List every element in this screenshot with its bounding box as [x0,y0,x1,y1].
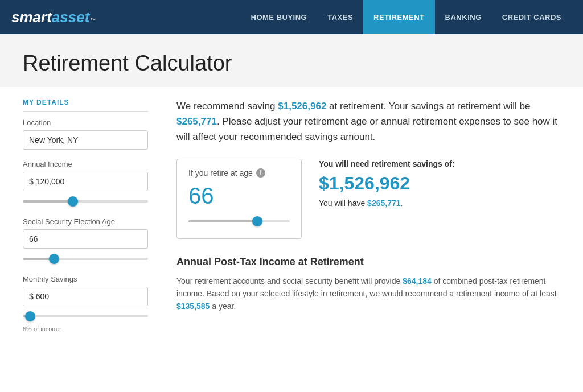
retire-age-value: 66 [188,183,290,209]
location-field-group: Location [23,118,148,150]
monthly-savings-input[interactable] [23,287,148,306]
rec-text-1: We recommend saving [176,101,278,112]
monthly-savings-slider[interactable] [23,311,148,322]
annual-income-section: Annual Post-Tax Income at Retirement You… [176,256,560,313]
monthly-savings-slider-thumb[interactable] [25,311,35,321]
savings-needed-box: You will need retirement savings of: $1,… [319,159,560,208]
nav-link-retirement[interactable]: RETIREMENT [363,0,435,34]
rec-text-2: at retirement. Your savings at retiremen… [326,101,530,112]
rec-amount-1: $1,526,962 [278,101,326,112]
social-security-field-group: Social Security Election Age [23,217,148,265]
nav-links: HOME BUYING TAXES RETIREMENT BANKING CRE… [241,0,572,34]
annual-section-text: Your retirement accounts and social secu… [176,275,560,313]
monthly-savings-label: Monthly Savings [23,275,148,283]
annual-income-slider[interactable] [23,196,148,207]
right-panel: We recommend saving $1,526,962 at retire… [165,98,560,343]
annual-amount-1: $64,184 [403,277,432,286]
left-panel: MY DETAILS Location Annual Income Social… [23,98,165,343]
social-security-slider[interactable] [23,253,148,265]
location-label: Location [23,118,148,127]
annual-section-title: Annual Post-Tax Income at Retirement [176,256,560,268]
annual-amount-2: $135,585 [176,302,210,311]
nav-item-credit-cards[interactable]: CREDIT CARDS [492,0,572,34]
my-details-label: MY DETAILS [23,98,148,112]
logo-asset-text: asset [52,9,90,26]
annual-text-3: a year. [210,302,236,311]
retire-slider-fill [188,220,257,222]
social-security-slider-thumb[interactable] [49,254,59,264]
retire-age-box: If you retire at age i 66 [176,159,302,239]
will-have-text: You will have [319,199,367,208]
page-title: Retirement Calculator [23,51,560,76]
nav-link-banking[interactable]: BANKING [435,0,492,34]
nav-item-home-buying[interactable]: HOME BUYING [241,0,318,34]
nav-item-taxes[interactable]: TAXES [317,0,363,34]
rec-text-3: . Please adjust your retirement age or a… [176,116,557,142]
location-input[interactable] [23,130,148,150]
monthly-savings-slider-track [23,315,148,317]
content-area: MY DETAILS Location Annual Income Social… [0,87,583,360]
nav-link-home-buying[interactable]: HOME BUYING [241,0,318,34]
rec-amount-2: $265,771 [176,116,217,127]
social-security-input[interactable] [23,229,148,249]
nav-item-retirement[interactable]: RETIREMENT [363,0,435,34]
logo-smart-text: smart [11,9,52,26]
recommendation-text: We recommend saving $1,526,962 at retire… [176,98,560,145]
logo: smartasset™ [11,9,96,26]
retire-slider-thumb[interactable] [252,216,262,226]
monthly-savings-note: 6% of income [23,325,148,332]
logo-tm: ™ [90,17,96,23]
nav-item-banking[interactable]: BANKING [435,0,492,34]
navigation: smartasset™ HOME BUYING TAXES RETIREMENT… [0,0,583,34]
will-have-period: . [401,199,403,208]
social-security-label: Social Security Election Age [23,217,148,226]
annual-text-1: Your retirement accounts and social secu… [176,277,403,286]
retire-age-label-text: If you retire at age [188,168,253,178]
will-have-amount: $265,771 [367,199,400,208]
annual-income-label: Annual Income [23,160,148,168]
retire-age-slider[interactable] [188,216,290,227]
nav-link-taxes[interactable]: TAXES [317,0,363,34]
savings-needed-amount: $1,526,962 [319,173,560,194]
annual-income-slider-thumb[interactable] [68,196,78,207]
retire-age-label: If you retire at age i [188,168,290,178]
monthly-savings-field-group: Monthly Savings 6% of income [23,275,148,332]
annual-income-input[interactable] [23,172,148,191]
annual-income-slider-fill [23,200,73,203]
info-icon[interactable]: i [256,168,265,178]
savings-will-have: You will have $265,771. [319,199,560,208]
annual-income-field-group: Annual Income [23,160,148,207]
page-container: Retirement Calculator MY DETAILS Locatio… [0,34,583,392]
retire-section: If you retire at age i 66 You will need … [176,159,560,239]
nav-link-credit-cards[interactable]: CREDIT CARDS [492,0,572,34]
savings-needed-label: You will need retirement savings of: [319,159,560,170]
page-header: Retirement Calculator [0,34,583,87]
